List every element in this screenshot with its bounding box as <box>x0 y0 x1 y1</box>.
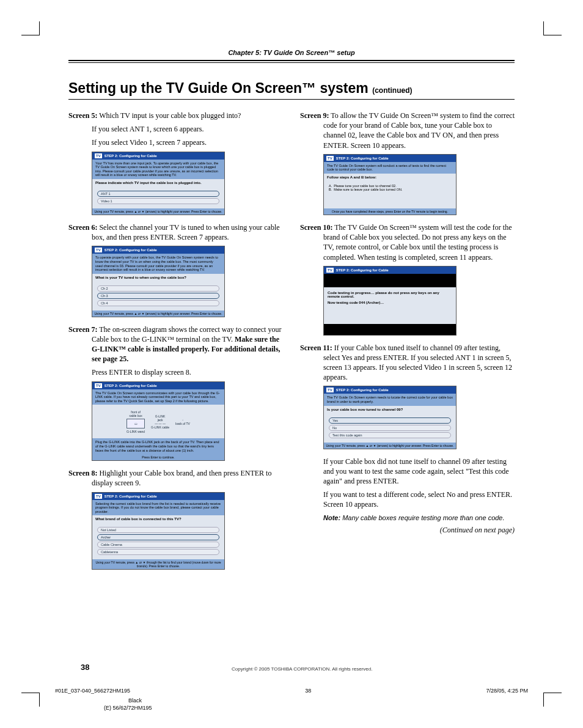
option-ant1: ANT 1 <box>97 191 219 197</box>
page-footer: 38 Copyright © 2005 TOSHIBA CORPORATION.… <box>81 663 502 672</box>
option-cablecinema: Cable Cinema <box>97 542 219 548</box>
title-continued: (continued) <box>372 86 412 95</box>
screenshot-8: TVSTEP 2: Configuring for Cable Selectin… <box>92 492 225 570</box>
title-main: Setting up the TV Guide On Screen™ syste… <box>68 80 372 96</box>
note: Note: Many cable boxes require testing m… <box>323 513 515 523</box>
option-video1: Video 1 <box>97 198 219 204</box>
tv-guide-logo: TV <box>326 156 334 161</box>
print-mid: 38 <box>305 688 311 694</box>
screenshot-7: TVSTEP 2: Configuring for Cable The TV G… <box>92 381 225 461</box>
continued-text: (Continued on next page) <box>300 526 515 535</box>
option-ch2: Ch 2 <box>97 285 219 292</box>
option-test-again: Test this code again <box>329 432 451 438</box>
screen9-text: Screen 9: To allow the TV Guide On Scree… <box>300 111 515 150</box>
tv-guide-logo: TV <box>95 494 102 499</box>
print-timestamp: 7/28/05, 4:25 PM <box>486 688 528 694</box>
crop-mark <box>39 21 40 35</box>
tv-guide-logo: TV <box>326 388 334 392</box>
screen5-text: Screen 5: Which TV input is your cable b… <box>68 111 283 120</box>
screen6-text: Screen 6: Select the channel your TV is … <box>68 222 283 242</box>
option-no: No <box>329 425 451 431</box>
print-metadata: #01E_037-040_566272HM195 38 7/28/05, 4:2… <box>55 688 528 711</box>
screen11-text: Screen 11: If your Cable box tuned itsel… <box>300 343 515 383</box>
tv-guide-logo: TV <box>95 153 102 158</box>
crop-mark <box>543 21 544 35</box>
screenshot-10: TVSTEP 2: Configuring for Cable Code tes… <box>323 266 457 336</box>
option-ch4: Ch 4 <box>97 300 219 306</box>
screen10-text: Screen 10: The TV Guide On Screen™ syste… <box>300 222 515 262</box>
right-column: Screen 9: To allow the TV Guide On Scree… <box>300 111 515 577</box>
option-notlisted: Not Listed <box>97 527 219 533</box>
crop-mark <box>543 693 544 707</box>
tv-guide-logo: TV <box>95 248 102 252</box>
crop-mark <box>543 693 562 693</box>
chapter-header: Chapter 5: TV Guide On Screen™ setup <box>68 49 515 60</box>
screenshot-11: TVSTEP 2: Configuring for Cable The TV G… <box>323 386 457 449</box>
option-ch3: Ch 3 <box>97 293 219 299</box>
crop-mark <box>39 693 40 707</box>
after-text-2: If you want to test a different code, se… <box>300 490 515 509</box>
screen8-text: Screen 8: Highlight your Cable box brand… <box>68 468 283 488</box>
crop-mark <box>21 693 40 693</box>
option-cabletenna: Cabletenna <box>97 549 219 555</box>
print-model: (E) 56/62/72HM195 <box>104 705 528 711</box>
screen7-text: Screen 7: The on-screen diagram shows th… <box>68 325 283 364</box>
after-text-1: If your Cable box did not tune itself to… <box>300 457 515 487</box>
rule <box>68 62 515 63</box>
print-file: #01E_037-040_566272HM195 <box>55 688 130 694</box>
page-number: 38 <box>81 663 89 672</box>
print-black: Black <box>128 697 528 704</box>
tv-guide-logo: TV <box>95 383 102 388</box>
left-column: Screen 5: Which TV input is your cable b… <box>68 111 283 577</box>
crop-mark <box>21 35 40 35</box>
screen5-line2: If you select ANT 1, screen 6 appears. <box>68 124 283 134</box>
screenshot-9: TVSTEP 2: Configuring for Cable The TV G… <box>323 154 457 215</box>
option-archer: Archer <box>97 534 219 540</box>
page-title: Setting up the TV Guide On Screen™ syste… <box>68 80 515 100</box>
page-content: Chapter 5: TV Guide On Screen™ setup Set… <box>68 49 515 577</box>
crop-mark <box>543 35 562 35</box>
screen7-tail: Press ENTER to display screen 8. <box>68 367 283 377</box>
screenshot-6: TVSTEP 2: Configuring for Cable To opera… <box>92 246 225 317</box>
glink-diagram: front of cable box ▭ G-LINK wand G-LINK … <box>92 405 224 438</box>
copyright: Copyright © 2005 TOSHIBA CORPORATION. Al… <box>101 666 502 672</box>
option-yes: Yes <box>329 417 451 424</box>
screen5-line3: If you select Video 1, screen 7 appears. <box>68 138 283 147</box>
tv-guide-logo: TV <box>326 268 334 273</box>
rule <box>68 60 515 61</box>
screenshot-5: TVSTEP 2: Configuring for Cable Your TV … <box>92 152 225 215</box>
